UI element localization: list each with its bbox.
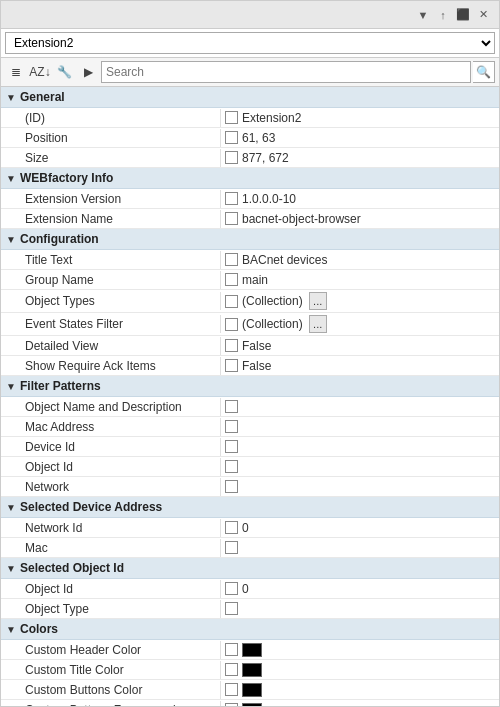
- prop-checkbox[interactable]: [225, 703, 238, 706]
- section-header-webfactory[interactable]: ▼ WEBfactory Info: [1, 168, 499, 189]
- section-header-colors[interactable]: ▼ Colors: [1, 619, 499, 640]
- section-header-filter-patterns[interactable]: ▼ Filter Patterns: [1, 376, 499, 397]
- pin-icon[interactable]: ▼: [415, 7, 431, 23]
- float-icon[interactable]: ↑: [435, 7, 451, 23]
- close-icon[interactable]: ✕: [475, 7, 491, 23]
- prop-checkbox[interactable]: [225, 480, 238, 493]
- prop-name-label: Object Types: [1, 292, 221, 310]
- prop-checkbox[interactable]: [225, 643, 238, 656]
- prop-value-cell: main: [221, 271, 499, 289]
- section-toggle-configuration[interactable]: ▼: [5, 233, 17, 245]
- prop-checkbox[interactable]: [225, 541, 238, 554]
- prop-name-label: Device Id: [1, 438, 221, 456]
- prop-name-label: Extension Version: [1, 190, 221, 208]
- prop-value-text: 61, 63: [242, 131, 275, 145]
- prop-value-text: False: [242, 339, 271, 353]
- prop-checkbox[interactable]: [225, 151, 238, 164]
- table-row: Object Types(Collection)...: [1, 290, 499, 313]
- section-header-selected-object-id[interactable]: ▼ Selected Object Id: [1, 558, 499, 579]
- prop-value-cell: (Collection)...: [221, 313, 499, 335]
- prop-value-cell: [221, 438, 499, 455]
- settings-button[interactable]: 🔧: [53, 61, 75, 83]
- section-toggle-selected-object-id[interactable]: ▼: [5, 562, 17, 574]
- color-swatch[interactable]: [242, 643, 262, 657]
- prop-checkbox[interactable]: [225, 420, 238, 433]
- prop-name-label: Size: [1, 149, 221, 167]
- prop-checkbox[interactable]: [225, 111, 238, 124]
- prop-checkbox[interactable]: [225, 602, 238, 615]
- prop-checkbox[interactable]: [225, 253, 238, 266]
- prop-checkbox[interactable]: [225, 295, 238, 308]
- color-swatch[interactable]: [242, 703, 262, 707]
- section-toggle-webfactory[interactable]: ▼: [5, 172, 17, 184]
- sort-button[interactable]: AZ↓: [29, 61, 51, 83]
- table-row: Mac: [1, 538, 499, 558]
- table-row: Network: [1, 477, 499, 497]
- section-header-general[interactable]: ▼ General: [1, 87, 499, 108]
- prop-value-text: 0: [242, 521, 249, 535]
- table-row: Object Id0: [1, 579, 499, 599]
- object-dropdown-bar: Extension2: [1, 29, 499, 58]
- prop-value-text: 1.0.0.0-10: [242, 192, 296, 206]
- properties-area: ▼ General (ID)Extension2Position61, 63Si…: [1, 87, 499, 706]
- prop-checkbox[interactable]: [225, 131, 238, 144]
- section-toggle-filter-patterns[interactable]: ▼: [5, 380, 17, 392]
- object-select[interactable]: Extension2: [5, 32, 495, 54]
- section-toggle-selected-device-address[interactable]: ▼: [5, 501, 17, 513]
- prop-checkbox[interactable]: [225, 400, 238, 413]
- prop-name-label: Title Text: [1, 251, 221, 269]
- prop-value-cell: (Collection)...: [221, 290, 499, 312]
- prop-value-cell: [221, 458, 499, 475]
- prop-value-text: bacnet-object-browser: [242, 212, 361, 226]
- prop-value-text: (Collection): [242, 294, 303, 308]
- prop-checkbox[interactable]: [225, 273, 238, 286]
- color-swatch[interactable]: [242, 683, 262, 697]
- prop-value-cell: 61, 63: [221, 129, 499, 147]
- collection-edit-button[interactable]: ...: [309, 292, 327, 310]
- prop-value-cell: BACnet devices: [221, 251, 499, 269]
- table-row: Custom Buttons Color: [1, 680, 499, 700]
- prop-value-text: 877, 672: [242, 151, 289, 165]
- prop-checkbox[interactable]: [225, 521, 238, 534]
- table-row: Custom Title Color: [1, 660, 499, 680]
- prop-value-cell: False: [221, 337, 499, 355]
- table-row: Title TextBACnet devices: [1, 250, 499, 270]
- table-row: Detailed ViewFalse: [1, 336, 499, 356]
- prop-checkbox[interactable]: [225, 359, 238, 372]
- section-header-configuration[interactable]: ▼ Configuration: [1, 229, 499, 250]
- prop-value-text: False: [242, 359, 271, 373]
- prop-name-label: Mac Address: [1, 418, 221, 436]
- prop-value-cell: [221, 418, 499, 435]
- prop-name-label: Group Name: [1, 271, 221, 289]
- search-input[interactable]: [101, 61, 471, 83]
- dock-icon[interactable]: ⬛: [455, 7, 471, 23]
- prop-checkbox[interactable]: [225, 683, 238, 696]
- search-button[interactable]: 🔍: [473, 61, 495, 83]
- prop-name-label: Position: [1, 129, 221, 147]
- section-header-selected-device-address[interactable]: ▼ Selected Device Address: [1, 497, 499, 518]
- run-button[interactable]: ▶: [77, 61, 99, 83]
- prop-checkbox[interactable]: [225, 663, 238, 676]
- prop-name-label: Extension Name: [1, 210, 221, 228]
- prop-value-cell: False: [221, 357, 499, 375]
- category-view-button[interactable]: ≣: [5, 61, 27, 83]
- prop-value-cell: [221, 600, 499, 617]
- prop-name-label: (ID): [1, 109, 221, 127]
- color-swatch[interactable]: [242, 663, 262, 677]
- section-label-general: General: [20, 90, 65, 104]
- section-toggle-general[interactable]: ▼: [5, 91, 17, 103]
- section-toggle-colors[interactable]: ▼: [5, 623, 17, 635]
- table-row: Position61, 63: [1, 128, 499, 148]
- prop-checkbox[interactable]: [225, 460, 238, 473]
- prop-checkbox[interactable]: [225, 582, 238, 595]
- prop-checkbox[interactable]: [225, 192, 238, 205]
- prop-value-cell: 877, 672: [221, 149, 499, 167]
- prop-value-cell: 0: [221, 519, 499, 537]
- table-row: Custom Buttons Foreground: [1, 700, 499, 706]
- collection-edit-button[interactable]: ...: [309, 315, 327, 333]
- prop-checkbox[interactable]: [225, 212, 238, 225]
- prop-checkbox[interactable]: [225, 440, 238, 453]
- prop-value-text: (Collection): [242, 317, 303, 331]
- prop-checkbox[interactable]: [225, 339, 238, 352]
- prop-checkbox[interactable]: [225, 318, 238, 331]
